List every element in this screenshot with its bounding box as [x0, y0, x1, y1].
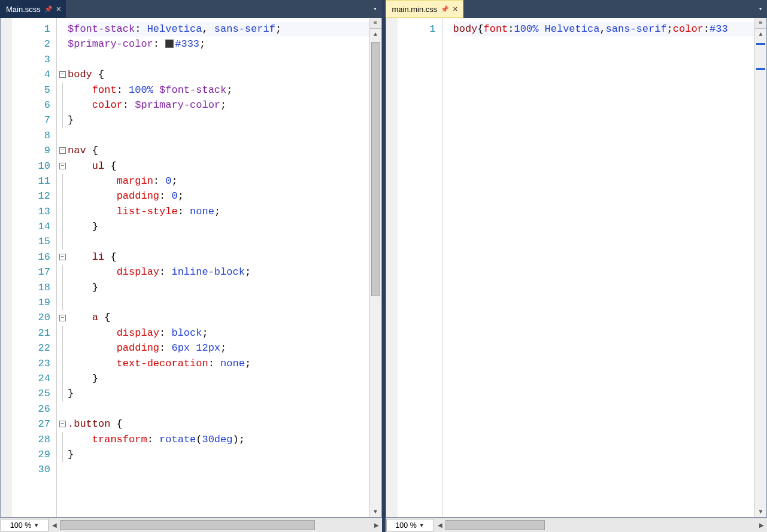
fold-cell [57, 113, 68, 127]
scrollbar-track[interactable] [755, 39, 766, 506]
fold-cell[interactable]: − [57, 250, 68, 265]
fold-cell [57, 371, 68, 386]
bottom-bar-left: 100 % ▼ ◀ ▶ [0, 518, 382, 532]
tab-overflow-dropdown[interactable]: ▾ [369, 0, 382, 18]
tab-main-min-css[interactable]: main.min.css 📌 × [386, 0, 463, 18]
vertical-scrollbar[interactable]: ≡ ▲ ▼ [369, 18, 381, 517]
code-line[interactable] [68, 462, 369, 477]
token-prop: margin [117, 175, 153, 187]
code-line[interactable]: padding: 6px 12px; [68, 341, 369, 355]
scroll-left-icon[interactable]: ◀ [435, 518, 445, 532]
fold-cell [57, 265, 68, 279]
code-line[interactable]: } [68, 280, 369, 295]
scroll-down-icon[interactable]: ▼ [370, 506, 381, 517]
token-punc: ; [220, 342, 226, 354]
scroll-down-icon[interactable]: ▼ [755, 506, 766, 517]
code-area-left[interactable]: $font-stack: Helvetica, sans-serif;$prim… [68, 18, 369, 517]
token-sel: nav [68, 145, 86, 156]
code-line[interactable]: margin: 0; [68, 174, 369, 189]
code-line[interactable]: transform: rotate(30deg); [68, 432, 369, 447]
fold-toggle-icon[interactable]: − [59, 254, 66, 260]
horizontal-scrollbar[interactable]: ◀ ▶ [435, 518, 768, 532]
fold-cell[interactable]: − [57, 143, 68, 158]
token-plain [68, 190, 117, 202]
token-punc: } [68, 449, 74, 460]
code-line[interactable]: $primary-color: #333; [68, 37, 369, 51]
code-line[interactable]: color: $primary-color; [68, 98, 369, 113]
code-line[interactable]: li { [68, 250, 369, 265]
scroll-right-icon[interactable]: ▶ [756, 518, 767, 532]
token-prop: color [92, 99, 123, 111]
scroll-left-icon[interactable]: ◀ [49, 518, 60, 532]
code-line[interactable]: body{font:100% Helvetica,sans-serif;colo… [453, 22, 755, 37]
fold-toggle-icon[interactable]: − [59, 315, 66, 321]
code-line[interactable]: a { [68, 310, 369, 325]
token-plain [68, 434, 92, 445]
code-line[interactable] [68, 295, 369, 310]
editor-pane-left: Main.scss 📌 × ▾ 123456789101112131415161… [0, 0, 382, 532]
code-area-right[interactable]: body{font:100% Helvetica,sans-serif;colo… [453, 18, 755, 517]
code-line[interactable]: ul { [68, 159, 369, 174]
scrollbar-thumb[interactable] [371, 42, 380, 296]
zoom-dropdown[interactable]: 100 % ▼ [1, 519, 48, 531]
pin-icon[interactable]: 📌 [44, 5, 53, 13]
code-line[interactable]: } [68, 447, 369, 462]
code-line[interactable] [68, 402, 369, 417]
code-line[interactable] [68, 52, 369, 67]
token-num: 0 [165, 175, 171, 187]
code-line[interactable]: $font-stack: Helvetica, sans-serif; [68, 22, 369, 37]
fold-column[interactable] [442, 18, 453, 517]
code-line[interactable]: body { [68, 67, 369, 82]
split-window-icon[interactable]: ≡ [755, 18, 766, 29]
zoom-dropdown[interactable]: 100 % ▼ [386, 519, 434, 531]
scroll-up-icon[interactable]: ▲ [370, 29, 381, 39]
fold-cell[interactable]: − [57, 417, 68, 431]
editor-body-right[interactable]: 1 body{font:100% Helvetica,sans-serif;co… [386, 18, 768, 518]
token-plain [68, 160, 92, 172]
code-line[interactable]: list-style: none; [68, 204, 369, 219]
code-line[interactable]: font: 100% $font-stack; [68, 83, 369, 98]
scrollbar-track[interactable] [370, 39, 381, 506]
split-window-icon[interactable]: ≡ [370, 18, 381, 29]
code-line[interactable]: } [68, 219, 369, 234]
fold-cell[interactable]: − [57, 67, 68, 82]
fold-toggle-icon[interactable]: − [59, 421, 66, 427]
h-scrollbar-thumb[interactable] [60, 520, 315, 530]
code-line[interactable]: display: inline-block; [68, 265, 369, 279]
code-line[interactable]: } [68, 113, 369, 127]
h-scrollbar-thumb[interactable] [445, 520, 545, 530]
fold-column[interactable]: −−−−−− [57, 18, 68, 517]
fold-cell[interactable]: − [57, 310, 68, 325]
code-line[interactable]: nav { [68, 143, 369, 158]
h-scrollbar-track[interactable] [60, 518, 371, 532]
code-line[interactable] [68, 128, 369, 143]
vertical-scrollbar[interactable]: ≡ ▲ ▼ [754, 18, 766, 517]
editor-body-left[interactable]: 1234567891011121314151617181920212223242… [0, 18, 382, 518]
line-number: 14 [12, 219, 56, 234]
code-line[interactable]: padding: 0; [68, 189, 369, 203]
color-swatch-icon [165, 39, 174, 48]
token-punc: ; [171, 175, 177, 187]
close-icon[interactable]: × [453, 5, 457, 13]
horizontal-scrollbar[interactable]: ◀ ▶ [49, 518, 382, 532]
scroll-right-icon[interactable]: ▶ [371, 518, 382, 532]
code-line[interactable]: display: block; [68, 326, 369, 341]
fold-toggle-icon[interactable]: − [59, 71, 66, 78]
code-line[interactable]: } [68, 386, 369, 401]
tab-main-scss[interactable]: Main.scss 📌 × [0, 0, 66, 18]
fold-toggle-icon[interactable]: − [59, 163, 66, 169]
code-line[interactable]: } [68, 371, 369, 386]
code-line[interactable]: .button { [68, 417, 369, 431]
token-sel: ul [92, 160, 104, 172]
tab-overflow-dropdown[interactable]: ▾ [754, 0, 767, 18]
h-scrollbar-track[interactable] [445, 518, 757, 532]
fold-toggle-icon[interactable]: − [59, 147, 66, 154]
token-punc: ; [202, 327, 208, 339]
fold-cell[interactable]: − [57, 159, 68, 174]
scroll-up-icon[interactable]: ▲ [755, 29, 766, 39]
close-icon[interactable]: × [56, 5, 61, 13]
code-line[interactable] [68, 234, 369, 249]
token-plain [68, 282, 92, 293]
pin-icon[interactable]: 📌 [441, 5, 449, 13]
code-line[interactable]: text-decoration: none; [68, 356, 369, 371]
